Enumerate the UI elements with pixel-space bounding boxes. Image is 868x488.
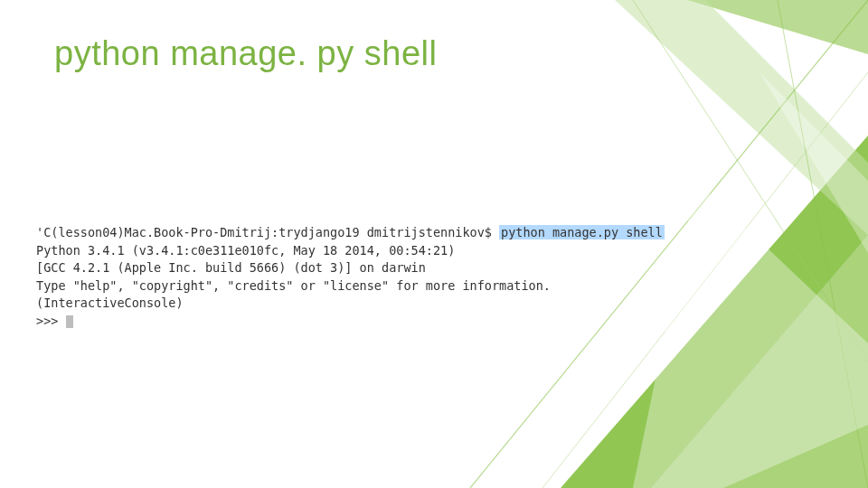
terminal-output: 'C(lesson04)Mac.Book-Pro-Dmitrij:trydjan… — [36, 224, 665, 330]
svg-line-6 — [633, 0, 868, 361]
svg-line-5 — [778, 0, 868, 488]
svg-marker-3 — [615, 0, 868, 235]
slide: python manage. py shell 'C(lesson04)Mac.… — [0, 0, 868, 488]
repl-prompt: >>> — [36, 314, 66, 328]
terminal-line-1: 'C(lesson04)Mac.Book-Pro-Dmitrij:trydjan… — [36, 224, 665, 242]
terminal-line-2: Python 3.4.1 (v3.4.1:c0e311e010fc, May 1… — [36, 242, 665, 260]
slide-title: python manage. py shell — [54, 34, 437, 73]
svg-marker-2 — [687, 0, 868, 54]
svg-marker-9 — [760, 72, 868, 253]
svg-marker-8 — [633, 181, 868, 488]
terminal-line-3: [GCC 4.2.1 (Apple Inc. build 5666) (dot … — [36, 259, 665, 277]
terminal-line-6: >>> — [36, 313, 665, 331]
highlighted-command: python manage.py shell — [499, 225, 665, 239]
terminal-line-4: Type "help", "copyright", "credits" or "… — [36, 277, 665, 296]
svg-marker-1 — [651, 235, 868, 488]
terminal-line-5: (InteractiveConsole) — [36, 295, 665, 313]
cursor-icon — [66, 315, 73, 328]
shell-prompt: 'C(lesson04)Mac.Book-Pro-Dmitrij:trydjan… — [36, 225, 499, 239]
